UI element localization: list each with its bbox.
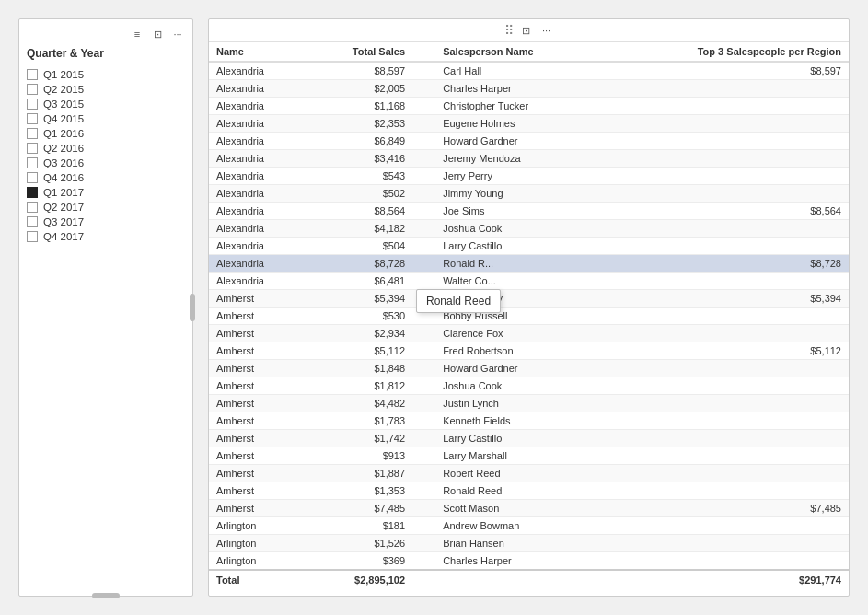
filter-item[interactable]: Q3 2016 (27, 156, 185, 170)
cell-name: Amherst (209, 377, 307, 395)
filter-checkbox[interactable] (27, 231, 38, 242)
drag-handle[interactable]: ⠿ (504, 23, 514, 38)
filter-panel-toolbar: ≡ ⊡ ··· (27, 27, 185, 41)
table-row[interactable]: Amherst$2,934Clarence Fox (209, 325, 849, 342)
filter-checkbox[interactable] (27, 84, 38, 95)
filter-checkbox[interactable] (27, 99, 38, 110)
filter-item[interactable]: Q1 2017 (27, 185, 185, 200)
cell-total-sales: $504 (307, 238, 412, 255)
filter-checkbox[interactable] (27, 69, 38, 80)
cell-name: Amherst (209, 412, 307, 430)
filter-checkbox[interactable] (27, 143, 38, 154)
cell-top3 (600, 517, 849, 535)
table-row[interactable]: Amherst$913Larry Marshall (209, 447, 849, 465)
table-row[interactable]: Amherst$7,485Scott Mason$7,485 (209, 500, 849, 517)
table-row[interactable]: Amherst$1,742Larry Castillo (209, 430, 849, 447)
col-total-sales[interactable]: Total Sales (307, 42, 412, 62)
filter-checkbox[interactable] (27, 216, 38, 227)
col-salesperson[interactable]: Salesperson Name (435, 42, 600, 62)
filter-item[interactable]: Q1 2016 (27, 126, 185, 141)
col-name[interactable]: Name (209, 42, 307, 62)
menu-icon[interactable]: ≡ (130, 27, 145, 41)
resize-handle-right[interactable] (190, 294, 195, 321)
cell-name: Arlington (209, 552, 307, 571)
table-row[interactable]: Amherst$1,812Joshua Cook (209, 377, 849, 395)
filter-item[interactable]: Q3 2015 (27, 97, 185, 111)
table-row[interactable]: Alexandria$543Jerry Perry (209, 168, 849, 185)
cell-spacer (412, 203, 435, 220)
cell-total-sales: $5,394 (307, 290, 412, 308)
filter-item[interactable]: Q2 2017 (27, 200, 185, 215)
cell-top3 (600, 535, 849, 552)
filter-item[interactable]: Q1 2015 (27, 67, 185, 82)
table-row[interactable]: Amherst$1,353Ronald Reed (209, 482, 849, 500)
cell-spacer (412, 465, 435, 482)
cell-top3 (600, 98, 849, 115)
cell-spacer (412, 325, 435, 342)
table-row[interactable]: Amherst$5,112Fred Robertson$5,112 (209, 342, 849, 360)
table-row[interactable]: Alexandria$3,416Jeremy Mendoza (209, 150, 849, 168)
cell-name: Alexandria (209, 220, 307, 238)
filter-checkbox[interactable] (27, 128, 38, 139)
filter-checkbox[interactable] (27, 113, 38, 124)
table-row[interactable]: Alexandria$6,849Howard Gardner (209, 133, 849, 150)
resize-handle-bottom[interactable] (92, 593, 120, 598)
table-row[interactable]: Amherst$5,394Arthur Mccoy$5,394 (209, 290, 849, 308)
footer-salesperson (435, 570, 600, 589)
table-row[interactable]: Arlington$369Charles Harper (209, 552, 849, 571)
cell-salesperson: Jeremy Mendoza (435, 150, 600, 168)
filter-item[interactable]: Q3 2017 (27, 215, 185, 229)
filter-panel: ≡ ⊡ ··· Quarter & Year Q1 2015Q2 2015Q3 … (18, 18, 193, 597)
filter-checkbox[interactable] (27, 172, 38, 183)
filter-item[interactable]: Q4 2015 (27, 111, 185, 126)
table-row[interactable]: Alexandria$502Jimmy Young (209, 185, 849, 203)
filter-label: Q1 2015 (43, 69, 84, 80)
cell-spacer (412, 98, 435, 115)
table-row[interactable]: Alexandria$6,481Walter Co... (209, 273, 849, 290)
filter-item[interactable]: Q2 2016 (27, 141, 185, 156)
table-row[interactable]: Alexandria$8,728Ronald R...$8,728 (209, 255, 849, 273)
table-row[interactable]: Alexandria$2,005Charles Harper (209, 80, 849, 98)
table-row[interactable]: Arlington$1,526Brian Hansen (209, 535, 849, 552)
data-expand-icon[interactable]: ⊡ (519, 23, 534, 38)
table-footer-row: Total $2,895,102 $291,774 (209, 570, 849, 589)
more-icon[interactable]: ··· (170, 27, 185, 41)
table-row[interactable]: Alexandria$8,564Joe Sims$8,564 (209, 203, 849, 220)
cell-salesperson: Christopher Tucker (435, 98, 600, 115)
cell-total-sales: $4,182 (307, 220, 412, 238)
table-row[interactable]: Amherst$1,887Robert Reed (209, 465, 849, 482)
cell-spacer (412, 552, 435, 571)
table-row[interactable]: Alexandria$504Larry Castillo (209, 238, 849, 255)
expand-icon[interactable]: ⊡ (150, 27, 165, 41)
filter-label: Q3 2016 (43, 157, 84, 168)
table-row[interactable]: Alexandria$8,597Carl Hall$8,597 (209, 62, 849, 80)
table-container[interactable]: Name Total Sales Salesperson Name Top 3 … (209, 42, 849, 596)
cell-salesperson: Joshua Cook (435, 220, 600, 238)
filter-checkbox[interactable] (27, 187, 38, 198)
filter-item[interactable]: Q4 2017 (27, 229, 185, 244)
table-row[interactable]: Alexandria$2,353Eugene Holmes (209, 115, 849, 133)
cell-salesperson: Andrew Bowman (435, 517, 600, 535)
data-more-icon[interactable]: ··· (539, 23, 554, 38)
table-row[interactable]: Amherst$530Bobby Russell (209, 308, 849, 325)
filter-checkbox[interactable] (27, 157, 38, 168)
cell-name: Amherst (209, 482, 307, 500)
filter-item[interactable]: Q2 2015 (27, 82, 185, 97)
col-top3[interactable]: Top 3 Salespeople per Region (600, 42, 849, 62)
filter-checkbox[interactable] (27, 202, 38, 213)
cell-spacer (412, 168, 435, 185)
table-row[interactable]: Amherst$1,783Kenneth Fields (209, 412, 849, 430)
cell-salesperson: Joshua Cook (435, 377, 600, 395)
cell-salesperson: Charles Harper (435, 80, 600, 98)
footer-spacer (412, 570, 435, 589)
table-row[interactable]: Alexandria$1,168Christopher Tucker (209, 98, 849, 115)
table-row[interactable]: Arlington$181Andrew Bowman (209, 517, 849, 535)
table-row[interactable]: Alexandria$4,182Joshua Cook (209, 220, 849, 238)
cell-salesperson: Scott Mason (435, 500, 600, 517)
filter-label: Q4 2017 (43, 231, 84, 242)
cell-name: Alexandria (209, 255, 307, 273)
table-row[interactable]: Amherst$1,848Howard Gardner (209, 360, 849, 377)
table-row[interactable]: Amherst$4,482Justin Lynch (209, 395, 849, 412)
cell-total-sales: $2,934 (307, 325, 412, 342)
filter-item[interactable]: Q4 2016 (27, 170, 185, 185)
